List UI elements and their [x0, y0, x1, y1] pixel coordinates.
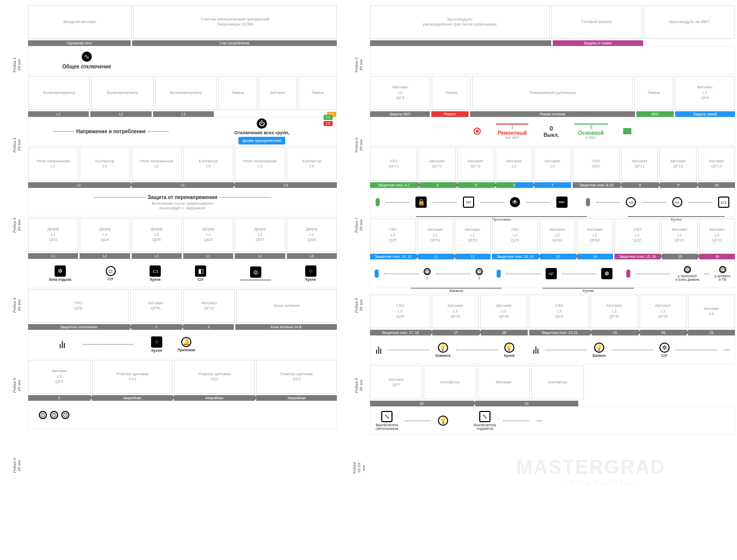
- wifi-icon: WiFi: [556, 197, 568, 208]
- 12v-icon: 12V: [463, 197, 474, 208]
- tag: 22: [370, 401, 474, 406]
- label: Ремонтный: [498, 130, 527, 136]
- tag: 3: [28, 395, 90, 401]
- tag: 5: [458, 182, 495, 188]
- tag: Защитное откл. 15, 16: [615, 254, 661, 259]
- label: Кухня: [504, 354, 514, 357]
- tag: 13: [540, 254, 576, 259]
- mode-ii: II: [574, 124, 608, 130]
- box: Автомат QF81: [130, 289, 182, 323]
- box: Реле напряжения L1: [28, 147, 78, 181]
- zone-label: Балкон: [411, 288, 502, 293]
- box: Розетка щитовая XS1: [92, 360, 173, 394]
- box: Автомат L2 QF21: [661, 218, 697, 252]
- box: Лампа: [299, 76, 337, 110]
- label: Защита от перенапряжения: [148, 194, 217, 200]
- label: Кухня: [150, 278, 160, 281]
- tag: Защитное откл. 17, 18: [370, 330, 431, 335]
- watermark-sub: ГОРОД МАСТЕРОВ: [567, 480, 635, 486]
- tag: Аварийная: [174, 395, 255, 401]
- mode-0: 0: [550, 125, 553, 132]
- label: С/У: [198, 278, 203, 281]
- freezer-icon: ❄: [601, 268, 612, 279]
- label: Прихожая: [178, 348, 195, 352]
- tag: 12: [455, 254, 491, 259]
- label: Выключатель подсветок: [474, 423, 496, 430]
- sublabel: Включение после срабатывания произойдет …: [152, 201, 213, 210]
- bulb-icon: 💡: [438, 343, 448, 353]
- oven-icon: ▭: [150, 265, 161, 277]
- tag-row: Тарифная сеть Учет потребления: [28, 40, 337, 46]
- box: Автомат L1 QF51: [417, 218, 453, 252]
- fridge-icon: +3°: [546, 268, 557, 279]
- cooktop-icon: ⁘: [305, 265, 316, 277]
- rcd-icon: [375, 270, 379, 278]
- power-icon: ∿: [82, 52, 92, 62]
- phase-badge: L2: [324, 115, 333, 120]
- tag: Защитное откл. 13, 14: [492, 254, 538, 259]
- box: Автомат L1 QF52: [455, 218, 490, 252]
- face-icon: ☺: [106, 266, 116, 276]
- tag: 20: [640, 330, 687, 335]
- box: Сетевой фильтр: [551, 5, 643, 39]
- label: Выкл.: [544, 132, 559, 138]
- box: Дифф L1 QD3: [183, 218, 233, 252]
- box: Вольтамперметр: [91, 76, 153, 110]
- tag: Защитное откл. 4-7: [370, 182, 418, 188]
- socket-icon: ⊙: [39, 411, 47, 419]
- label: у кровати и ТВ: [715, 274, 730, 281]
- box: Реле напряжения L2: [132, 147, 182, 181]
- bulb-icon: 💡: [504, 343, 514, 353]
- box: УЗО L2 QZ6: [492, 218, 538, 252]
- box: Автомат QF13: [698, 147, 735, 181]
- rail-label: Рейка 4 25 мм: [12, 298, 21, 313]
- led-icon: ┈┈┈: [536, 418, 542, 424]
- led-icon: ┈┈┈: [723, 347, 729, 353]
- info-panel: ∿ Общее отключение: [28, 46, 337, 75]
- box: Вольтамперметр: [28, 76, 90, 110]
- socket-icon: ⊙: [476, 268, 483, 275]
- tag: L3: [235, 182, 337, 188]
- tag: Блок питания 24 В: [235, 324, 337, 330]
- cooktop-icon: ⁘: [151, 336, 162, 348]
- label: Кухня: [152, 349, 162, 352]
- battery-icon: [623, 128, 631, 134]
- label: С/У: [661, 354, 667, 357]
- box: Вольтамперметр: [155, 76, 217, 110]
- bell-icon: 🔔: [181, 337, 191, 347]
- tag: 17: [432, 330, 479, 335]
- tag: L3: [153, 111, 214, 117]
- fan-icon: ✲: [659, 343, 670, 353]
- label: Основной: [578, 130, 604, 136]
- label: Выключатель светильников: [376, 423, 398, 430]
- box: Дифф L1 QD2: [28, 218, 78, 252]
- tag: 9: [660, 182, 697, 188]
- tag: 6: [496, 182, 533, 188]
- tag: Защита линий: [675, 111, 735, 117]
- box: Автомат L2 QF61: [539, 218, 575, 252]
- tag: 2: [183, 324, 234, 330]
- box: УЗО L3 QZ3: [529, 295, 589, 328]
- mode-i: I: [496, 124, 528, 130]
- box: Контактор L3: [287, 147, 337, 181]
- num: 2: [478, 276, 480, 280]
- tag: 19: [592, 330, 638, 335]
- tag: Ремонт: [431, 111, 469, 117]
- box: Автомат L2: [534, 147, 571, 181]
- tag: 23: [475, 401, 579, 406]
- rail-label: Рейка 4 25 мм: [12, 458, 21, 473]
- tag: L1: [183, 253, 233, 259]
- rcd-icon: [376, 198, 380, 206]
- box: УЗО QZ1: [573, 147, 620, 181]
- box: Автомат L2 QF4: [675, 76, 735, 110]
- box: Автомат QF7: [370, 366, 422, 399]
- label: Напряжение и потребление: [76, 129, 145, 134]
- priority-button[interactable]: кроме приоритетной: [238, 137, 285, 144]
- box: Розетка щитовая XS3: [256, 360, 337, 394]
- rail-label: Рейка 3 25 мм: [12, 217, 21, 233]
- fan-icon: ✲: [55, 265, 66, 277]
- box: Лампа: [634, 76, 673, 110]
- box: Розетка щитовая XS2: [174, 360, 255, 394]
- rcd-icon: [626, 270, 630, 278]
- label: Балкон: [593, 354, 605, 357]
